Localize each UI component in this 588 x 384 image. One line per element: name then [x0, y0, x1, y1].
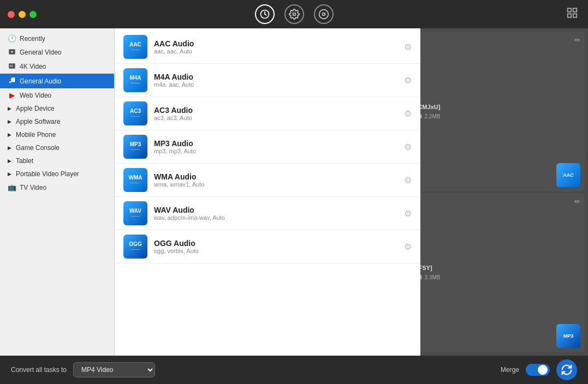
- sidebar-label-general-video: General Video: [20, 49, 62, 56]
- sidebar-item-game-console[interactable]: ▶ Game Console: [0, 141, 114, 154]
- svg-point-13: [13, 81, 15, 83]
- toolbox-tab-icon[interactable]: [314, 4, 334, 24]
- window-controls: [0, 11, 37, 18]
- format-settings-aac[interactable]: ⚙: [404, 42, 412, 52]
- format-name-aac: AAC Audio: [154, 39, 397, 48]
- merge-toggle[interactable]: [526, 364, 550, 376]
- toggle-knob: [538, 365, 548, 375]
- format-settings-wma[interactable]: ⚙: [404, 175, 412, 185]
- format-select[interactable]: MP4 Video M4A Audio MP3 Audio AAC Audio: [73, 362, 155, 377]
- sidebar-item-mobile-phone[interactable]: ▶ Mobile Phone: [0, 128, 114, 141]
- svg-rect-6: [573, 14, 577, 17]
- clock-icon: 🕐: [8, 34, 16, 43]
- grid-icon[interactable]: [566, 7, 578, 22]
- svg-point-3: [322, 13, 325, 16]
- svg-text:4K: 4K: [10, 65, 14, 68]
- svg-rect-7: [568, 14, 571, 17]
- format-name-ac3: AC3 Audio: [154, 106, 397, 115]
- sidebar-item-recently[interactable]: 🕐 Recently: [0, 32, 114, 45]
- arrow-apple-software: ▶: [8, 119, 11, 124]
- sidebar-label-tv-video: TV Video: [20, 184, 46, 191]
- format-icon-mp3: MP3 ~~~~: [123, 135, 147, 159]
- bottom-right: Merge: [501, 359, 577, 380]
- sidebar-label-4k-video: 4K Video: [20, 63, 46, 70]
- format-exts-ac3: ac3, ac3, Auto: [154, 115, 397, 121]
- format-list: AAC ~~~~ AAC Audio aac, aac, Auto ⚙ M4A …: [115, 28, 420, 356]
- close-button[interactable]: [8, 11, 15, 18]
- format-row-aac[interactable]: AAC ~~~~ AAC Audio aac, aac, Auto ⚙: [115, 31, 420, 64]
- titlebar-icons: [255, 4, 334, 24]
- format-row-ogg[interactable]: OGG ~~~~ OGG Audio ogg, vorbis, Auto ⚙: [115, 230, 420, 263]
- web-video-icon: ▶: [8, 91, 16, 99]
- sidebar-item-apple-device[interactable]: ▶ Apple Device: [0, 102, 114, 115]
- format-row-m4a[interactable]: M4A ~~~~ M4A Audio m4a, aac, Auto ⚙: [115, 64, 420, 97]
- format-name-m4a: M4A Audio: [154, 73, 397, 81]
- format-name-wma: WMA Audio: [154, 172, 397, 181]
- sidebar-label-recently: Recently: [20, 35, 45, 43]
- format-settings-ac3[interactable]: ⚙: [404, 109, 412, 119]
- 4k-icon: 4K: [8, 62, 16, 71]
- arrow-game-console: ▶: [8, 145, 11, 151]
- merge-label: Merge: [501, 366, 519, 374]
- format-badge-2: AAC: [556, 163, 580, 187]
- svg-point-2: [319, 10, 328, 19]
- format-icon-wav: WAV ~~~~: [123, 201, 147, 225]
- format-name-mp3: MP3 Audio: [154, 139, 397, 148]
- convert-all-label: Convert all tasks to: [11, 366, 67, 374]
- category-list: 🕐 Recently General Video 4K 4K Video: [0, 28, 115, 356]
- format-settings-wav[interactable]: ⚙: [404, 208, 412, 219]
- edit-pencil-2[interactable]: ✏: [574, 36, 580, 44]
- sidebar-item-general-audio[interactable]: General Audio: [0, 74, 114, 88]
- format-row-mp3[interactable]: MP3 ~~~~ MP3 Audio mp3, mp3, Auto ⚙: [115, 130, 420, 164]
- format-exts-mp3: mp3, mp3, Auto: [154, 148, 397, 154]
- format-icon-ac3: AC3 ~~~~: [123, 101, 147, 125]
- format-settings-mp3[interactable]: ⚙: [404, 142, 412, 152]
- format-dropdown: 🕐 Recently General Video 4K 4K Video: [0, 28, 420, 356]
- sidebar-item-apple-software[interactable]: ▶ Apple Software: [0, 115, 114, 128]
- format-row-ac3[interactable]: AC3 ~~~~ AC3 Audio ac3, ac3, Auto ⚙: [115, 97, 420, 130]
- sidebar-item-portable-video[interactable]: ▶ Portable Video Player: [0, 167, 114, 181]
- arrow-tablet: ▶: [8, 158, 11, 164]
- svg-rect-4: [568, 8, 571, 11]
- sidebar-item-tv-video[interactable]: 📺 TV Video: [0, 181, 114, 194]
- format-row-wav[interactable]: WAV ~~~~ WAV Audio wav, adpcm-ima-wav, A…: [115, 197, 420, 230]
- svg-point-1: [293, 13, 295, 16]
- svg-point-12: [9, 81, 11, 83]
- format-icon-aac: AAC ~~~~: [123, 35, 147, 59]
- format-icon-wma: WMA ~~~~: [123, 168, 147, 192]
- sidebar-item-general-video[interactable]: General Video: [0, 45, 114, 59]
- svg-rect-5: [573, 8, 577, 11]
- general-video-icon: [8, 48, 16, 57]
- format-settings-ogg[interactable]: ⚙: [404, 242, 412, 252]
- minimize-button[interactable]: [19, 11, 26, 18]
- convert-button[interactable]: [556, 359, 577, 380]
- format-icon-m4a: M4A ~~~~: [123, 68, 147, 92]
- format-exts-ogg: ogg, vorbis, Auto: [154, 248, 397, 254]
- bottom-bar: Convert all tasks to MP4 Video M4A Audio…: [0, 356, 588, 384]
- general-audio-icon: [8, 76, 16, 86]
- sidebar-label-web-video: Web Video: [20, 92, 51, 99]
- edit-pencil-4[interactable]: ✏: [574, 197, 580, 206]
- sidebar-item-tablet[interactable]: ▶ Tablet: [0, 154, 114, 167]
- format-icon-ogg: OGG ~~~~: [123, 235, 147, 259]
- format-row-wma[interactable]: WMA ~~~~ WMA Audio wma, wmav1, Auto ⚙: [115, 164, 420, 197]
- format-exts-m4a: m4a, aac, Auto: [154, 81, 397, 88]
- sidebar-item-web-video[interactable]: ▶ Web Video: [0, 88, 114, 102]
- size-meta-2: ⬇ 2.2MB: [419, 113, 441, 119]
- main-area: ♪ crawling bac…[puPFb5wqi9E] 🎵 m4a 🖥 0x0…: [0, 28, 588, 356]
- maximize-button[interactable]: [29, 11, 37, 18]
- convert-tab-icon[interactable]: [255, 4, 275, 24]
- sidebar-label-mobile-phone: Mobile Phone: [16, 131, 56, 139]
- sidebar-label-tablet: Tablet: [16, 157, 33, 165]
- sidebar-label-game-console: Game Console: [16, 144, 60, 152]
- arrow-portable-video: ▶: [8, 171, 11, 177]
- sidebar-label-apple-software: Apple Software: [16, 118, 60, 125]
- settings-tab-icon[interactable]: [284, 4, 304, 24]
- arrow-mobile-phone: ▶: [8, 132, 11, 137]
- format-badge-4: MP3: [556, 324, 580, 348]
- sidebar-label-portable-video: Portable Video Player: [16, 170, 79, 178]
- sidebar-item-4k-video[interactable]: 4K 4K Video: [0, 59, 114, 74]
- format-settings-m4a[interactable]: ⚙: [404, 75, 412, 86]
- format-exts-aac: aac, aac, Auto: [154, 48, 397, 55]
- format-name-ogg: OGG Audio: [154, 239, 397, 248]
